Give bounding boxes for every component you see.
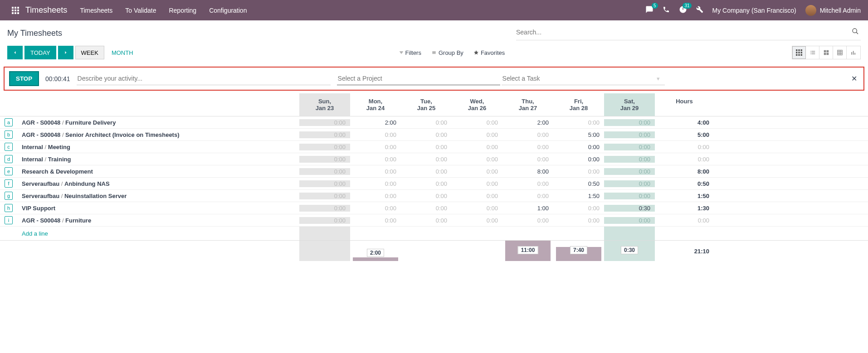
time-cell[interactable]: 0:30	[604, 205, 655, 212]
time-cell[interactable]: 0:00	[350, 193, 401, 199]
row-label[interactable]: AGR - S00048 / Senior Architect (Invoice…	[15, 131, 299, 138]
close-icon[interactable]: ✕	[851, 74, 857, 83]
time-cell[interactable]: 0:00	[604, 156, 655, 163]
row-key[interactable]: h	[5, 204, 13, 212]
time-cell[interactable]: 0:00	[350, 217, 401, 224]
time-cell[interactable]: 0:00	[502, 193, 553, 199]
row-key[interactable]: c	[5, 143, 13, 151]
app-title[interactable]: Timesheets	[25, 5, 67, 15]
time-cell[interactable]: 2:00	[502, 119, 553, 126]
row-label[interactable]: VIP Support	[15, 205, 299, 212]
groupby-dropdown[interactable]: Group By	[431, 49, 463, 56]
row-label[interactable]: Internal / Meeting	[15, 144, 299, 150]
time-cell[interactable]: 0:00	[350, 205, 401, 212]
time-cell[interactable]: 0:00	[452, 180, 502, 187]
row-key[interactable]: a	[5, 118, 13, 126]
add-line-button[interactable]: Add a line	[0, 227, 299, 240]
time-cell[interactable]: 0:00	[604, 119, 655, 126]
time-cell[interactable]: 0:00	[452, 119, 502, 126]
row-label[interactable]: AGR - S00048 / Furniture Delivery	[15, 119, 299, 126]
time-cell[interactable]: 0:00	[452, 131, 502, 138]
time-cell[interactable]: 0:00	[604, 168, 655, 175]
prev-button[interactable]	[7, 46, 23, 59]
time-cell[interactable]: 0:00	[401, 144, 452, 150]
time-cell[interactable]: 0:00	[299, 119, 350, 126]
row-key[interactable]: i	[5, 216, 13, 224]
time-cell[interactable]: 0:00	[299, 131, 350, 138]
nav-timesheets[interactable]: Timesheets	[80, 7, 112, 14]
row-label[interactable]: Serveraufbau / Neuinstallation Server	[15, 193, 299, 199]
time-cell[interactable]: 0:00	[350, 168, 401, 175]
row-label[interactable]: AGR - S00048 / Furniture	[15, 217, 299, 224]
time-cell[interactable]: 8:00	[502, 168, 553, 175]
row-label[interactable]: Serveraufbau / Anbindung NAS	[15, 180, 299, 187]
activity-description-input[interactable]	[77, 72, 331, 85]
time-cell[interactable]: 0:00	[401, 131, 452, 138]
time-cell[interactable]: 0:00	[502, 144, 553, 150]
row-key[interactable]: e	[5, 167, 13, 175]
month-button[interactable]: MONTH	[106, 46, 139, 59]
time-cell[interactable]: 0:00	[401, 193, 452, 199]
time-cell[interactable]: 0:00	[502, 156, 553, 163]
time-cell[interactable]: 0:00	[553, 205, 604, 212]
time-cell[interactable]: 0:00	[553, 217, 604, 224]
time-cell[interactable]: 0:00	[299, 168, 350, 175]
time-cell[interactable]: 0:00	[553, 156, 604, 163]
time-cell[interactable]: 0:00	[401, 205, 452, 212]
time-cell[interactable]: 0:00	[604, 144, 655, 150]
time-cell[interactable]: 0:00	[401, 168, 452, 175]
nav-reporting[interactable]: Reporting	[169, 7, 196, 14]
view-graph-icon[interactable]	[847, 46, 860, 59]
week-button[interactable]: WEEK	[75, 46, 104, 59]
row-key[interactable]: g	[5, 192, 13, 200]
time-cell[interactable]: 0:00	[401, 180, 452, 187]
time-cell[interactable]: 0:00	[401, 217, 452, 224]
time-cell[interactable]: 0:00	[452, 168, 502, 175]
time-cell[interactable]: 0:00	[299, 144, 350, 150]
today-button[interactable]: TODAY	[24, 46, 56, 59]
time-cell[interactable]: 0:00	[502, 131, 553, 138]
time-cell[interactable]: 0:00	[452, 144, 502, 150]
view-list-icon[interactable]	[806, 46, 819, 59]
time-cell[interactable]: 5:00	[553, 131, 604, 138]
time-cell[interactable]: 0:00	[299, 180, 350, 187]
time-cell[interactable]: 0:00	[452, 193, 502, 199]
search-icon[interactable]	[850, 26, 861, 38]
user-menu[interactable]: Mitchell Admin	[805, 5, 861, 16]
view-pivot-icon[interactable]	[833, 46, 847, 59]
time-cell[interactable]: 0:00	[299, 205, 350, 212]
time-cell[interactable]: 0:00	[452, 205, 502, 212]
time-cell[interactable]: 0:00	[502, 217, 553, 224]
row-key[interactable]: b	[5, 131, 13, 139]
row-label[interactable]: Internal / Training	[15, 156, 299, 163]
time-cell[interactable]: 0:00	[299, 156, 350, 163]
time-cell[interactable]: 0:00	[401, 156, 452, 163]
search-input[interactable]	[516, 29, 850, 36]
time-cell[interactable]: 0:00	[350, 156, 401, 163]
row-key[interactable]: d	[5, 155, 13, 163]
task-select[interactable]	[502, 72, 665, 85]
stop-button[interactable]: STOP	[9, 71, 39, 86]
time-cell[interactable]: 0:00	[299, 193, 350, 199]
company-selector[interactable]: My Company (San Francisco)	[712, 7, 796, 14]
view-grid-icon[interactable]	[792, 46, 806, 59]
nav-configuration[interactable]: Configuration	[209, 7, 247, 14]
time-cell[interactable]: 0:00	[553, 168, 604, 175]
row-label[interactable]: Research & Development	[15, 168, 299, 175]
time-cell[interactable]: 0:00	[350, 144, 401, 150]
time-cell[interactable]: 0:00	[452, 156, 502, 163]
time-cell[interactable]: 0:00	[452, 217, 502, 224]
favorites-dropdown[interactable]: Favorites	[473, 49, 505, 56]
search[interactable]	[516, 26, 861, 40]
activities-icon[interactable]: 31	[679, 5, 687, 15]
time-cell[interactable]: 0:00	[350, 180, 401, 187]
time-cell[interactable]: 0:00	[502, 180, 553, 187]
time-cell[interactable]: 0:00	[604, 193, 655, 199]
time-cell[interactable]: 0:00	[299, 217, 350, 224]
time-cell[interactable]: 0:00	[401, 119, 452, 126]
time-cell[interactable]: 1:50	[553, 193, 604, 199]
messages-icon[interactable]: 5	[645, 5, 653, 15]
row-key[interactable]: f	[5, 179, 13, 188]
apps-icon[interactable]	[7, 2, 24, 19]
time-cell[interactable]: 1:00	[502, 205, 553, 212]
